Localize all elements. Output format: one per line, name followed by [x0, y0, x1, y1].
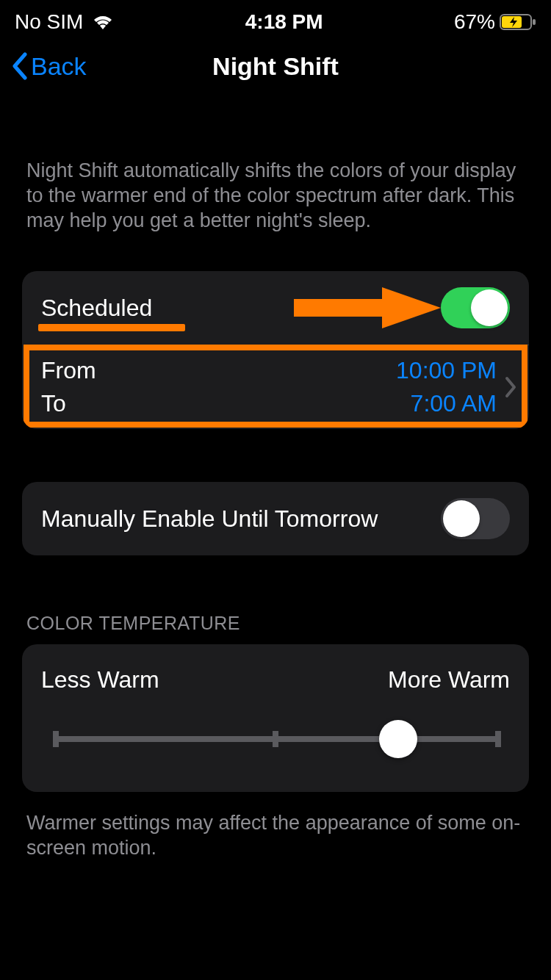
to-time: 7:00 AM	[411, 390, 497, 417]
schedule-times: 10:00 PM 7:00 AM	[396, 357, 497, 417]
slider-thumb[interactable]	[379, 720, 417, 758]
color-temperature-header: COLOR TEMPERATURE	[22, 555, 529, 644]
description-text: Night Shift automatically shifts the col…	[22, 96, 529, 233]
more-warm-label: More Warm	[388, 666, 510, 693]
color-temperature-group: Less Warm More Warm	[22, 644, 529, 792]
status-time: 4:18 PM	[245, 10, 323, 34]
schedule-labels: From To	[41, 357, 396, 417]
scheduled-row: Scheduled	[22, 271, 529, 345]
manual-group: Manually Enable Until Tomorrow	[22, 482, 529, 555]
manual-enable-label: Manually Enable Until Tomorrow	[41, 505, 441, 533]
battery-percent: 67%	[454, 10, 495, 34]
toggle-knob	[443, 500, 480, 537]
from-time: 10:00 PM	[396, 357, 497, 384]
scheduled-label: Scheduled	[41, 295, 441, 322]
status-right: 67%	[454, 10, 536, 34]
toggle-knob	[471, 289, 508, 326]
back-button[interactable]: Back	[0, 52, 87, 81]
footer-note: Warmer settings may affect the appearanc…	[22, 792, 529, 861]
schedule-time-row[interactable]: From To 10:00 PM 7:00 AM	[22, 345, 529, 429]
battery-icon	[500, 13, 536, 31]
scheduled-toggle[interactable]	[441, 287, 510, 328]
slider-tick-right	[495, 731, 501, 747]
carrier-label: No SIM	[15, 10, 83, 34]
wifi-icon	[92, 14, 114, 30]
page-title: Night Shift	[212, 52, 339, 81]
less-warm-label: Less Warm	[41, 666, 159, 693]
back-label: Back	[31, 52, 87, 81]
slider-labels: Less Warm More Warm	[41, 666, 510, 693]
status-left: No SIM	[15, 10, 114, 34]
from-label: From	[41, 357, 396, 384]
status-bar: No SIM 4:18 PM 67%	[0, 0, 551, 37]
manual-enable-row: Manually Enable Until Tomorrow	[22, 482, 529, 555]
nav-bar: Back Night Shift	[0, 37, 551, 96]
chevron-right-icon	[504, 376, 517, 398]
svg-rect-1	[533, 19, 536, 25]
slider-tick-left	[53, 731, 59, 747]
color-temperature-slider[interactable]	[41, 718, 510, 760]
scheduled-group: Scheduled From To 10:00 PM 7:00 AM	[22, 271, 529, 429]
slider-tick-mid	[273, 731, 278, 747]
chevron-left-icon	[10, 52, 28, 80]
manual-enable-toggle[interactable]	[441, 498, 510, 539]
to-label: To	[41, 390, 396, 417]
